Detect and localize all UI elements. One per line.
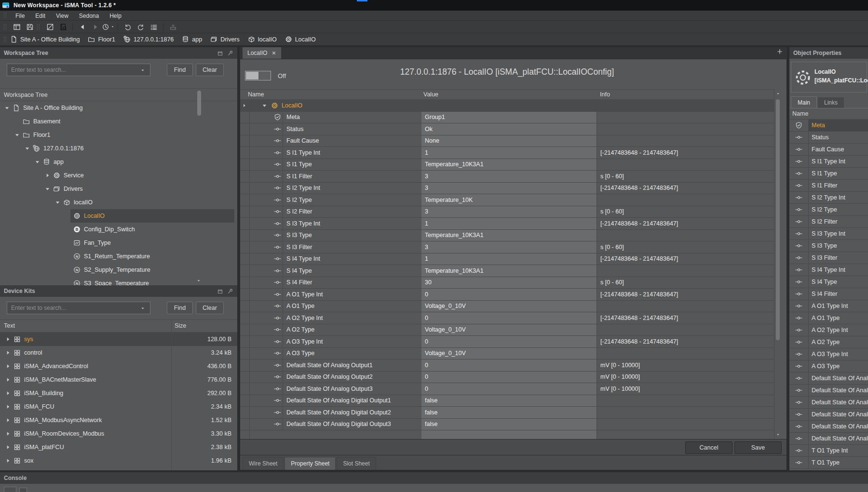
toolbar-grip[interactable] xyxy=(37,24,40,30)
tab-localio[interactable]: LocalIO xyxy=(243,47,281,59)
kits-find-button[interactable]: Find xyxy=(167,302,193,314)
object-property-a-o1-type-int[interactable]: A O1 Type Int xyxy=(789,300,868,312)
tree-node-service[interactable]: Service xyxy=(0,169,237,182)
back-button[interactable] xyxy=(76,22,88,32)
breadcrumb-item-site-a-office-building[interactable]: Site A - Office Building xyxy=(10,36,80,43)
workspace-layout-button[interactable] xyxy=(11,22,23,32)
property-row-a-o2-type[interactable]: A O2 TypeVoltage_0_10V xyxy=(240,324,774,336)
chevron-down-icon[interactable] xyxy=(44,186,51,192)
tree-node-fan-type[interactable]: Fan_Type xyxy=(0,236,237,250)
value-cell[interactable]: 3 xyxy=(421,206,597,218)
object-property-s-i4-filter[interactable]: S I4 Filter xyxy=(789,288,868,300)
value-cell[interactable]: 30 xyxy=(421,277,597,289)
dropdown-caret-icon[interactable] xyxy=(110,25,115,29)
menu-help[interactable]: Help xyxy=(104,13,127,19)
property-row-s-i1-type-int[interactable]: S I1 Type Int1[-2147483648 - 2147483647] xyxy=(240,147,774,159)
device-kits-search-input[interactable] xyxy=(7,302,150,314)
chevron-down-icon[interactable] xyxy=(4,105,10,111)
chevron-right-icon[interactable] xyxy=(5,350,11,356)
chevron-right-icon[interactable] xyxy=(5,404,11,410)
object-property-s-i1-filter[interactable]: S I1 Filter xyxy=(789,180,868,192)
kit-row-sox[interactable]: sox1.96 kB xyxy=(0,454,237,467)
table-scrollbar[interactable] xyxy=(774,90,782,439)
object-property-a-o2-type-int[interactable]: A O2 Type Int xyxy=(789,324,868,336)
workspace-tree-search-input[interactable] xyxy=(7,64,150,76)
value-cell[interactable]: 1 xyxy=(421,253,597,265)
value-cell[interactable]: Group1 xyxy=(421,112,597,123)
menu-view[interactable]: View xyxy=(51,13,74,19)
object-property-s-i2-type-int[interactable]: S I2 Type Int xyxy=(789,192,868,204)
history-button[interactable] xyxy=(102,22,114,32)
property-row-s-i4-type[interactable]: S I4 TypeTemperature_10K3A1 xyxy=(240,265,774,277)
cancel-button[interactable]: Cancel xyxy=(685,441,732,454)
breadcrumb-item-app[interactable]: app xyxy=(182,36,202,43)
sheet-edit-button[interactable] xyxy=(44,22,56,32)
tree-node-s2-supply-temperature[interactable]: NS2_Supply_Temperature xyxy=(0,263,237,277)
value-cell[interactable]: 1 xyxy=(421,218,597,229)
property-row-s-i3-type[interactable]: S I3 TypeTemperature_10K3A1 xyxy=(240,230,774,242)
property-row-s-i3-type-int[interactable]: S I3 Type Int1[-2147483648 - 2147483647] xyxy=(240,218,774,230)
workspace-tree-scrollbar-thumb[interactable] xyxy=(197,91,201,116)
object-property-default-state-of-analog-digital-output3[interactable]: Default State Of Analog Digital Output3 xyxy=(789,433,868,445)
chevron-right-icon[interactable] xyxy=(5,363,11,370)
value-cell[interactable]: 1 xyxy=(421,147,597,159)
tab-links[interactable]: Links xyxy=(818,97,844,108)
breadcrumb-item-localio[interactable]: LocalIO xyxy=(285,36,316,43)
value-cell[interactable]: Temperature_10K3A1 xyxy=(421,265,597,277)
kit-row-control[interactable]: control3.24 kB xyxy=(0,346,237,359)
property-row-default-state-of-analog-output2[interactable]: Default State Of Analog Output20mV [0 - … xyxy=(240,372,774,384)
breadcrumb-item-floor1[interactable]: Floor1 xyxy=(88,36,115,43)
object-property-default-state-of-analog-output1[interactable]: Default State Of Analog Output1 xyxy=(789,372,868,385)
object-property-t-o1-type-int[interactable]: T O1 Type Int xyxy=(789,445,868,457)
tree-node-app[interactable]: app xyxy=(0,155,237,169)
kit-row-isma_bacnetmasterslave[interactable]: iSMA_BACnetMasterSlave776.00 B xyxy=(0,373,237,386)
value-cell[interactable]: false xyxy=(421,395,597,407)
chevron-down-icon[interactable] xyxy=(54,199,61,206)
kit-row-isma_fcu[interactable]: iSMA_FCU2.34 kB xyxy=(0,400,237,413)
tree-node-drivers[interactable]: Drivers xyxy=(0,182,237,196)
property-row-default-state-of-analog-digital-output1[interactable]: Default State Of Analog Digital Output1f… xyxy=(240,395,774,407)
property-row-a-o1-type[interactable]: A O1 TypeVoltage_0_10V xyxy=(240,301,774,313)
value-cell[interactable]: false xyxy=(421,419,597,430)
value-cell[interactable]: 0 xyxy=(421,312,597,324)
property-row-s-i4-type-int[interactable]: S I4 Type Int1[-2147483648 - 2147483647] xyxy=(240,253,774,266)
menu-sedona[interactable]: Sedona xyxy=(74,13,104,19)
object-property-t-o1-type[interactable]: T O1 Type xyxy=(789,457,868,469)
menu-file[interactable]: File xyxy=(10,13,30,19)
workspace-find-button[interactable]: Find xyxy=(167,64,193,76)
object-property-default-state-of-analog-digital-output1[interactable]: Default State Of Analog Digital Output1 xyxy=(789,409,868,421)
property-row-a-o3-type[interactable]: A O3 TypeVoltage_0_10V xyxy=(240,348,774,360)
object-property-s-i1-type[interactable]: S I1 Type xyxy=(789,168,868,180)
property-row-s-i2-filter[interactable]: S I2 Filter3s [0 - 60] xyxy=(240,206,774,218)
value-cell[interactable]: 3 xyxy=(421,171,597,182)
kit-row-sys[interactable]: sys128.00 B xyxy=(0,332,237,346)
close-icon[interactable] xyxy=(271,51,276,55)
value-cell[interactable]: Temperature_10K3A1 xyxy=(421,159,597,171)
property-row-status[interactable]: StatusOk xyxy=(240,123,774,135)
chevron-right-icon[interactable] xyxy=(5,336,11,343)
chevron-down-icon[interactable] xyxy=(261,102,268,108)
value-cell[interactable]: 0 xyxy=(421,289,597,300)
value-cell[interactable]: 3 xyxy=(421,183,597,194)
object-property-default-state-of-analog-output2[interactable]: Default State Of Analog Output2 xyxy=(789,385,868,397)
console-toolbar-button[interactable] xyxy=(4,487,16,492)
chevron-down-icon[interactable] xyxy=(14,132,20,138)
kit-row-isma_platfcu[interactable]: iSMA_platFCU2.38 kB xyxy=(0,440,237,454)
tree-node-127-0-0-1-1876[interactable]: 127.0.0.1:1876 xyxy=(0,142,237,155)
breadcrumb-item-drivers[interactable]: Drivers xyxy=(210,36,240,43)
object-property-s-i2-filter[interactable]: S I2 Filter xyxy=(789,216,868,228)
chevron-right-icon[interactable] xyxy=(44,173,51,179)
property-row-s-i4-filter[interactable]: S I4 Filter30s [0 - 60] xyxy=(240,277,774,289)
property-row-a-o1-type-int[interactable]: A O1 Type Int0[-2147483648 - 2147483647] xyxy=(240,289,774,301)
tree-node-basement[interactable]: Basement xyxy=(0,115,237,128)
value-cell[interactable]: Temperature_10K xyxy=(421,194,597,206)
value-cell[interactable]: Ok xyxy=(421,123,597,135)
scroll-up-icon[interactable] xyxy=(775,91,781,96)
pin-icon[interactable] xyxy=(227,50,233,56)
value-cell[interactable]: 3 xyxy=(421,241,597,253)
value-cell[interactable]: 0 xyxy=(421,383,597,395)
tab-main[interactable]: Main xyxy=(791,96,817,108)
chevron-right-icon[interactable] xyxy=(5,390,11,397)
property-row-s-i2-type[interactable]: S I2 TypeTemperature_10K xyxy=(240,194,774,206)
tree-node-config-dip-switch[interactable]: BConfig_Dip_Switch xyxy=(0,223,237,236)
